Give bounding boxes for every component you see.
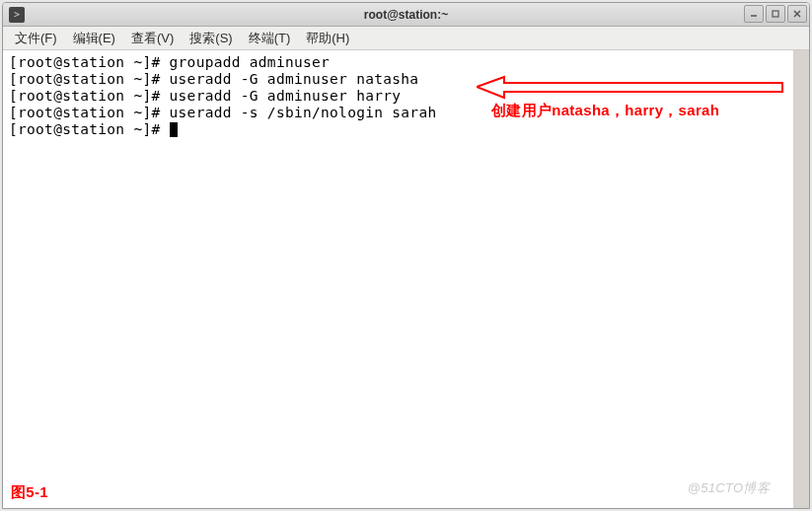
menu-edit[interactable]: 编辑(E) [65,28,123,49]
maximize-button[interactable] [766,5,785,23]
terminal-icon [9,7,25,23]
prompt: [root@station ~]# [9,71,170,87]
menubar: 文件(F) 编辑(E) 查看(V) 搜索(S) 终端(T) 帮助(H) [3,27,809,50]
menu-help[interactable]: 帮助(H) [298,28,357,49]
terminal-line: [root@station ~]# groupadd adminuser [9,54,787,71]
menu-file[interactable]: 文件(F) [7,28,65,49]
cursor-block [170,122,178,137]
command-text: groupadd adminuser [170,54,331,70]
close-button[interactable] [787,5,807,23]
menu-search[interactable]: 搜索(S) [182,28,240,49]
minimize-button[interactable] [744,5,764,23]
terminal-area[interactable]: [root@station ~]# groupadd adminuser [ro… [3,50,809,508]
prompt: [root@station ~]# [9,105,170,120]
command-text: useradd -G adminuser harry [170,88,402,104]
prompt: [root@station ~]# [9,121,170,137]
figure-label: 图5-1 [11,483,48,500]
titlebar: root@station:~ [3,3,809,27]
window-title: root@station:~ [364,8,448,22]
command-text: useradd -G adminuser natasha [170,71,419,87]
maximize-icon [771,9,780,19]
menu-terminal[interactable]: 终端(T) [241,28,299,49]
window-controls [744,5,807,23]
minimize-icon [749,9,759,19]
close-icon [792,9,802,19]
prompt: [root@station ~]# [9,54,170,70]
svg-rect-1 [773,11,778,17]
menu-view[interactable]: 查看(V) [123,28,182,49]
watermark: @51CTO博客 [688,479,770,496]
terminal-line: [root@station ~]# useradd -G adminuser n… [9,71,787,88]
annotation-text: 创建用户natasha，harry，sarah [491,102,719,118]
terminal-line: [root@station ~]# [9,121,787,138]
terminal-window: root@station:~ 文件(F) 编辑(E) 查看(V) 搜索(S) 终… [2,2,810,509]
prompt: [root@station ~]# [9,88,170,104]
command-text: useradd -s /sbin/nologin sarah [170,105,437,120]
